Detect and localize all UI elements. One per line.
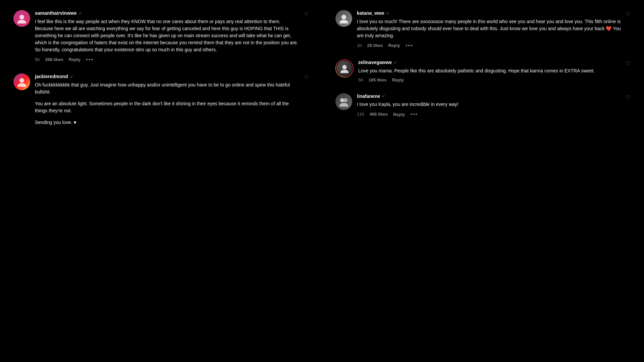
verified-zelina: ✓ [393, 60, 397, 66]
svg-point-4 [341, 15, 346, 19]
comment-content-samantha: samanthairvinwwe ✓ I feel like this is t… [35, 10, 299, 63]
reply-button-samantha[interactable]: Reply [69, 57, 80, 62]
likes-samantha: 268 likes [45, 57, 63, 63]
like-icon-zelina[interactable]: ♡ [626, 60, 631, 67]
avatar-jackie [13, 73, 30, 90]
avatar-katana [335, 10, 352, 27]
comment-content-zelina: zelinavegawwe ✓ Love you mama. People li… [358, 59, 621, 83]
comment-content-jackie: jackieredmond ✓ Oh fuckkkkkkkkk that guy… [35, 73, 299, 126]
comment-text-jackie-3: Sending you love. ♥ [35, 119, 299, 126]
reply-button-zelina[interactable]: Reply [392, 77, 404, 82]
comment-text-zelina: Love you mama. People like this are abso… [358, 67, 621, 74]
more-options-samantha[interactable]: ••• [86, 56, 94, 63]
more-options-lina[interactable]: ••• [410, 111, 418, 118]
reply-button-katana[interactable]: Reply [388, 43, 400, 48]
like-icon-samantha[interactable]: ♡ [304, 11, 309, 18]
comment-actions-zelina: 5h 185 likes Reply [358, 77, 621, 83]
time-lina: 11h [357, 111, 364, 117]
avatar-samantha [13, 10, 30, 27]
comment-jackie: jackieredmond ✓ Oh fuckkkkkkkkk that guy… [13, 73, 309, 126]
avatar-lina [335, 93, 352, 110]
comment-header-katana: katana_wwe ✓ [357, 10, 621, 17]
comment-header-samantha: samanthairvinwwe ✓ [35, 10, 299, 17]
comment-text-jackie-1: Oh fuckkkkkkkkk that guy. Just imagine h… [35, 81, 299, 96]
comment-text-samantha: I feel like this is the way people act w… [35, 18, 299, 53]
svg-point-6 [342, 65, 346, 69]
comment-actions-samantha: 5h 268 likes Reply ••• [35, 56, 299, 63]
verified-jackie: ✓ [70, 74, 73, 80]
comment-text-lina: I love you Kayla, you are incredible in … [357, 101, 621, 108]
comment-header-zelina: zelinavegawwe ✓ [358, 59, 621, 66]
comment-header-jackie: jackieredmond ✓ [35, 73, 299, 80]
comment-text-jackie-2: You are an absolute light. Sometimes peo… [35, 100, 299, 114]
like-icon-lina[interactable]: ♡ [626, 94, 631, 101]
avatar-zelina [336, 60, 353, 77]
svg-point-9 [343, 98, 347, 102]
svg-point-3 [17, 83, 26, 87]
username-samantha: samanthairvinwwe [35, 10, 77, 17]
left-column: samanthairvinwwe ✓ I feel like this is t… [0, 7, 322, 355]
time-zelina: 5h [358, 77, 363, 83]
username-lina: linafanene [357, 93, 380, 100]
username-jackie: jackieredmond [35, 73, 68, 80]
comment-katana: katana_wwe ✓ I love you so much! There a… [335, 10, 631, 49]
username-katana: katana_wwe [357, 10, 384, 17]
svg-point-7 [340, 70, 348, 73]
svg-point-0 [19, 15, 24, 19]
comment-lina: linafanene ✓ I love you Kayla, you are i… [335, 93, 631, 118]
comment-actions-katana: 1h 29 likes Reply ••• [357, 42, 621, 49]
verified-samantha: ✓ [78, 10, 82, 16]
time-samantha: 5h [35, 57, 40, 63]
verified-katana: ✓ [386, 10, 390, 16]
svg-point-10 [339, 103, 348, 107]
right-column: katana_wwe ✓ I love you so much! There a… [322, 7, 644, 355]
likes-zelina: 185 likes [368, 77, 386, 83]
comment-samantha: samanthairvinwwe ✓ I feel like this is t… [13, 10, 309, 63]
likes-lina: 466 likes [370, 111, 388, 117]
svg-point-2 [19, 78, 24, 83]
comment-content-lina: linafanene ✓ I love you Kayla, you are i… [357, 93, 621, 118]
like-icon-jackie[interactable]: ♡ [304, 74, 309, 81]
comment-header-lina: linafanene ✓ [357, 93, 621, 100]
comment-content-katana: katana_wwe ✓ I love you so much! There a… [357, 10, 621, 49]
comment-text-katana: I love you so much! There are soooooooo … [357, 18, 621, 39]
svg-point-1 [17, 20, 26, 23]
more-options-katana[interactable]: ••• [406, 42, 413, 49]
verified-lina: ✓ [382, 93, 385, 99]
comment-zelina: zelinavegawwe ✓ Love you mama. People li… [335, 59, 631, 83]
username-zelina: zelinavegawwe [358, 59, 392, 66]
time-katana: 1h [357, 43, 362, 49]
comment-actions-lina: 11h 466 likes Reply ••• [357, 111, 621, 118]
avatar-ring-zelina [335, 59, 354, 77]
svg-point-5 [339, 20, 348, 23]
likes-katana: 29 likes [367, 43, 383, 49]
like-icon-katana[interactable]: ♡ [626, 11, 631, 18]
reply-button-lina[interactable]: Reply [393, 112, 405, 117]
